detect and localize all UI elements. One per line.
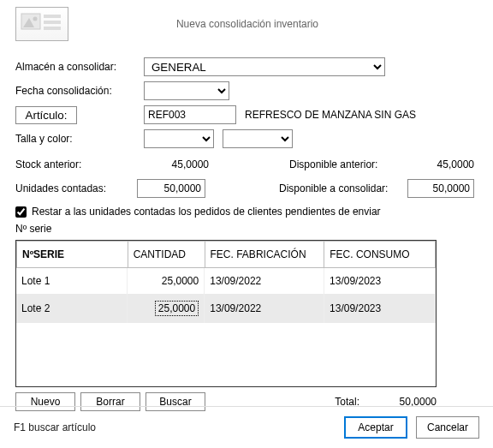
article-description: REFRESCO DE MANZANA SIN GAS bbox=[245, 109, 416, 121]
hint-text: F1 buscar artículo bbox=[14, 421, 96, 433]
col-quantity-header[interactable]: CANTIDAD bbox=[128, 242, 205, 268]
dialog-icon bbox=[15, 7, 68, 41]
cell-serie[interactable]: Lote 1 bbox=[16, 268, 128, 294]
counted-units-input[interactable] bbox=[137, 179, 205, 198]
accept-button[interactable]: Aceptar bbox=[344, 416, 407, 439]
cell-manufacture[interactable]: 13/09/2022 bbox=[205, 268, 324, 294]
serial-number-label: Nº serie bbox=[15, 223, 478, 235]
cell-serie[interactable]: Lote 2 bbox=[16, 294, 128, 323]
article-input[interactable] bbox=[144, 105, 236, 124]
prev-stock-label: Stock anterior: bbox=[15, 158, 118, 170]
subtract-pending-checkbox[interactable] bbox=[15, 206, 27, 218]
svg-rect-3 bbox=[44, 15, 61, 18]
table-row[interactable]: Lote 2 25,0000 13/09/2022 13/09/2023 bbox=[16, 294, 436, 323]
cell-consumption[interactable]: 13/09/2023 bbox=[324, 294, 436, 323]
svg-point-2 bbox=[33, 17, 38, 21]
warehouse-label: Almacén a consolidar: bbox=[15, 61, 144, 73]
prev-available-label: Disponible anterior: bbox=[289, 158, 418, 170]
size-select[interactable] bbox=[144, 129, 214, 148]
article-button[interactable]: Artículo: bbox=[15, 106, 77, 124]
cell-quantity[interactable]: 25,0000 bbox=[128, 294, 205, 323]
warehouse-select[interactable]: GENERAL bbox=[144, 57, 385, 76]
col-manufacture-header[interactable]: FEC. FABRICACIÓN bbox=[205, 242, 324, 268]
col-consumption-header[interactable]: FEC. CONSUMO bbox=[324, 242, 436, 268]
table-row[interactable]: Lote 1 25,0000 13/09/2022 13/09/2023 bbox=[16, 268, 436, 294]
col-serie-header[interactable]: NºSERIE bbox=[17, 242, 128, 268]
serial-grid[interactable]: NºSERIE CANTIDAD FEC. FABRICACIÓN FEC. C… bbox=[15, 240, 437, 387]
counted-units-label: Unidades contadas: bbox=[15, 182, 118, 194]
cancel-button[interactable]: Cancelar bbox=[416, 416, 479, 439]
svg-rect-5 bbox=[44, 27, 61, 30]
prev-stock-value: 45,0000 bbox=[118, 158, 212, 170]
dialog-title: Nueva consolidación inventario bbox=[86, 18, 409, 30]
prev-available-value: 45,0000 bbox=[418, 158, 478, 170]
color-select[interactable] bbox=[223, 129, 293, 148]
subtract-pending-label: Restar a las unidades contadas los pedid… bbox=[32, 206, 381, 218]
cell-quantity[interactable]: 25,0000 bbox=[128, 268, 205, 294]
date-label: Fecha consolidación: bbox=[15, 85, 144, 97]
size-color-label: Talla y color: bbox=[15, 133, 144, 145]
available-consolidate-label: Disponible a consolidar: bbox=[279, 182, 407, 194]
svg-rect-4 bbox=[44, 21, 61, 24]
cell-consumption[interactable]: 13/09/2023 bbox=[324, 268, 436, 294]
available-consolidate-input[interactable] bbox=[407, 179, 474, 198]
cell-manufacture[interactable]: 13/09/2022 bbox=[205, 294, 324, 323]
date-select[interactable] bbox=[144, 81, 229, 100]
